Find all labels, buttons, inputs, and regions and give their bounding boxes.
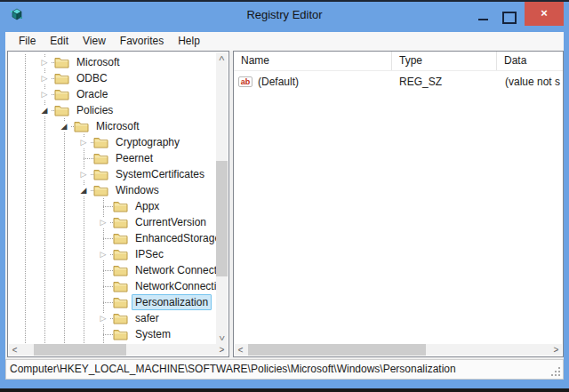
value-list-pane: Name Type Data ab(Default)REG_SZ(value n… [233, 51, 564, 357]
tree-item-enhancedstoragedev[interactable]: EnhancedStorageDev [9, 230, 216, 246]
tree-item-system[interactable]: System [9, 326, 216, 342]
tree-guide-line [9, 118, 35, 134]
tree-guide-line [93, 262, 113, 278]
tree-expander-icon[interactable]: ◢ [54, 118, 74, 134]
title-bar[interactable]: Registry Editor × [0, 2, 569, 32]
value-type-cell: REG_SZ [392, 76, 497, 88]
folder-icon [113, 232, 129, 244]
column-header-name[interactable]: Name [234, 52, 392, 70]
menu-view[interactable]: View [76, 32, 113, 50]
tree-expander-icon[interactable]: ▷ [35, 54, 54, 70]
string-value-icon: ab [238, 76, 252, 87]
tree-expander-icon[interactable]: ▷ [35, 86, 54, 102]
tree-item-label: Oracle [73, 86, 111, 102]
tree-expander-icon[interactable]: ▷ [93, 310, 113, 326]
tree-vscroll-thumb[interactable] [216, 161, 228, 276]
tree-expander-icon[interactable]: ◢ [74, 182, 93, 198]
tree-guide-line [9, 262, 35, 278]
tree-item-label: Cryptography [112, 134, 183, 150]
tree-item-systemcertificates[interactable]: ▷SystemCertificates [9, 166, 216, 182]
tree-item-network-connection[interactable]: Network Connection [9, 262, 216, 278]
tree-guide-line [35, 310, 54, 326]
maximize-button[interactable] [498, 9, 521, 25]
list-hscroll-thumb[interactable] [248, 344, 426, 356]
scroll-down-icon[interactable]: > [216, 332, 228, 344]
folder-icon [113, 248, 129, 260]
tree-item-currentversion[interactable]: ▷CurrentVersion [9, 214, 216, 230]
tree-item-microsoft[interactable]: ◢Microsoft [9, 118, 216, 134]
minimize-button[interactable] [471, 9, 494, 25]
tree-item-peernet[interactable]: Peernet [9, 150, 216, 166]
tree-item-cryptography[interactable]: ▷Cryptography [9, 134, 216, 150]
tree-guide-line [9, 198, 35, 214]
tree-item-personalization[interactable]: Personalization [9, 294, 216, 310]
tree-expander-icon[interactable]: ▷ [35, 70, 54, 86]
tree-item-label: NetworkConnectivity [132, 278, 216, 294]
tree-item-safer[interactable]: ▷safer [9, 310, 216, 326]
column-header-data[interactable]: Data [497, 52, 563, 70]
tree-expander-icon[interactable]: ▷ [93, 214, 113, 230]
value-name-cell: ab(Default) [234, 76, 392, 88]
tree-item-odbc[interactable]: ▷ODBC [9, 70, 216, 86]
registry-tree-pane: ▷Microsoft▷ODBC▷Oracle◢Policies◢Microsof… [7, 51, 229, 357]
tree-guide-line [54, 294, 74, 310]
scroll-left-icon[interactable]: > [9, 344, 20, 356]
tree-horizontal-scrollbar[interactable]: > > [9, 344, 228, 356]
tree-item-networkconnectivity[interactable]: NetworkConnectivity [9, 278, 216, 294]
tree-item-microsoft[interactable]: ▷Microsoft [9, 54, 216, 70]
close-button[interactable]: × [525, 2, 564, 26]
tree-hscroll-thumb[interactable] [34, 344, 126, 356]
scroll-right-icon[interactable]: > [550, 344, 562, 356]
tree-expander-icon[interactable]: ▷ [74, 166, 93, 182]
scroll-up-icon[interactable]: > [216, 52, 228, 64]
tree-guide-line [74, 310, 93, 326]
tree-guide-line [35, 182, 54, 198]
tree-expander-icon[interactable]: ◢ [35, 102, 54, 118]
tree-guide-line [9, 230, 35, 246]
menu-edit[interactable]: Edit [43, 32, 76, 50]
tree-guide-line [74, 230, 93, 246]
tree-view[interactable]: ▷Microsoft▷ODBC▷Oracle◢Policies◢Microsof… [9, 52, 216, 344]
tree-item-label: EnhancedStorageDev [132, 230, 216, 246]
tree-guide-line [54, 182, 74, 198]
tree-guide-line [54, 326, 74, 342]
folder-icon [113, 264, 129, 276]
tree-guide-line [9, 294, 35, 310]
registry-editor-window: Registry Editor × FileEditViewFavoritesH… [0, 0, 569, 392]
folder-icon [54, 72, 70, 84]
tree-item-label: System [132, 326, 174, 342]
resize-grip-icon[interactable] [551, 367, 560, 376]
folder-icon [74, 120, 90, 132]
tree-guide-line [9, 246, 35, 262]
value-data-cell: (value not s [497, 76, 563, 88]
list-rows: ab(Default)REG_SZ(value not s [234, 74, 563, 90]
tree-item-appx[interactable]: Appx [9, 198, 216, 214]
tree-guide-line [74, 262, 93, 278]
tree-guide-line [74, 198, 93, 214]
tree-item-policies[interactable]: ◢Policies [9, 102, 216, 118]
tree-item-oracle[interactable]: ▷Oracle [9, 86, 216, 102]
tree-guide-line [93, 230, 113, 246]
menu-help[interactable]: Help [171, 32, 207, 50]
column-header-type[interactable]: Type [392, 52, 497, 70]
list-horizontal-scrollbar[interactable]: > > [235, 344, 562, 356]
menu-favorites[interactable]: Favorites [113, 32, 171, 50]
tree-item-label: SystemCertificates [112, 166, 208, 182]
scroll-left-icon[interactable]: > [235, 344, 246, 356]
tree-vertical-scrollbar[interactable]: > > [216, 52, 228, 344]
tree-expander-icon[interactable]: ▷ [93, 246, 113, 262]
tree-guide-line [35, 230, 54, 246]
tree-guide-line [54, 150, 74, 166]
tree-item-windows[interactable]: ◢Windows [9, 182, 216, 198]
menu-file[interactable]: File [12, 32, 43, 50]
tree-item-label: CurrentVersion [132, 214, 210, 230]
tree-item-ipsec[interactable]: ▷IPSec [9, 246, 216, 262]
value-row[interactable]: ab(Default)REG_SZ(value not s [234, 74, 563, 90]
folder-icon [113, 328, 129, 340]
folder-icon [113, 280, 129, 292]
tree-expander-icon[interactable]: ▷ [74, 134, 93, 150]
folder-icon [54, 104, 70, 116]
scroll-right-icon[interactable]: > [216, 344, 228, 356]
selected-key-path: Computer\HKEY_LOCAL_MACHINE\SOFTWARE\Pol… [10, 363, 456, 375]
tree-item-label: Appx [132, 198, 163, 214]
